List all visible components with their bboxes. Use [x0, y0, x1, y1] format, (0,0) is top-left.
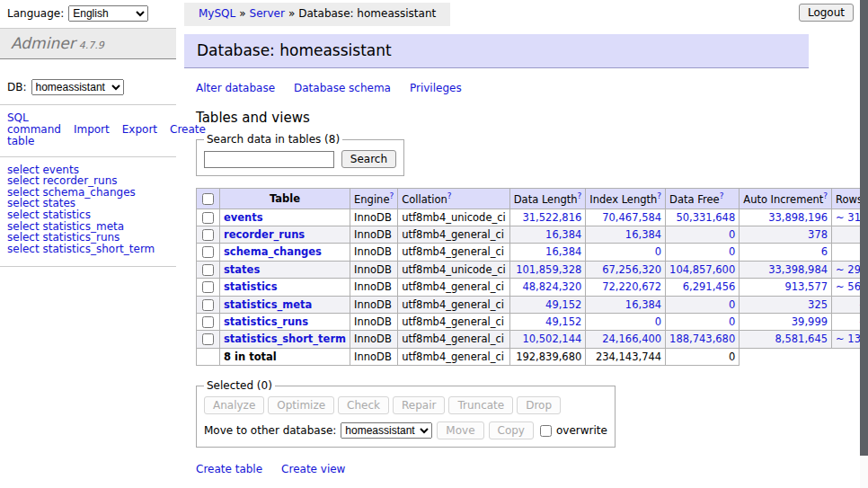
vertical-scrollbar[interactable] — [860, 0, 868, 488]
db-action-link[interactable]: Privileges — [410, 82, 462, 94]
sidebar-link[interactable]: Export — [122, 123, 157, 136]
sidebar-link[interactable]: SQL command — [7, 111, 61, 136]
app-version: 4.7.9 — [79, 40, 104, 51]
auto-increment-link[interactable]: 33,898,196 — [768, 211, 828, 224]
table-name-link[interactable]: states — [224, 263, 260, 276]
auto-increment-link[interactable]: 325 — [808, 298, 828, 311]
column-help: ? — [578, 191, 582, 200]
row-check-cell — [197, 331, 220, 348]
auto-increment-cell: 39,999 — [740, 313, 832, 330]
index-length-link[interactable]: 72,220,672 — [602, 280, 661, 293]
column-header-label: Data Free — [669, 193, 720, 206]
breadcrumb-link-server[interactable]: Server — [250, 7, 285, 20]
column-help-link[interactable]: ? — [447, 191, 452, 200]
data-length-link[interactable]: 10,502,144 — [522, 333, 581, 345]
row-checkbox[interactable] — [202, 333, 214, 345]
db-action-link[interactable]: Database schema — [294, 82, 391, 94]
auto-increment-link[interactable]: 8,581,645 — [775, 333, 828, 345]
row-check-cell — [197, 244, 220, 261]
auto-increment-link[interactable]: 378 — [808, 228, 828, 241]
auto-increment-link[interactable]: 6 — [821, 245, 828, 258]
data-free-cell: 0 — [666, 313, 740, 330]
auto-increment-link[interactable]: 33,398,984 — [768, 263, 828, 276]
column-help-link[interactable]: ? — [389, 191, 394, 200]
collation-cell: utf8mb4_general_ci — [398, 244, 510, 261]
move-database-select[interactable]: homeassistant — [341, 422, 432, 439]
create-link[interactable]: Create view — [281, 463, 345, 475]
sidebar-link[interactable]: Import — [74, 123, 110, 136]
table-name-link[interactable]: statistics_runs — [224, 315, 308, 328]
data-length-cell: 16,384 — [509, 244, 586, 261]
sidebar-select-link[interactable]: select recorder_runs — [7, 175, 176, 187]
collation-cell: utf8mb4_unicode_ci — [398, 209, 510, 226]
breadcrumb-link-mysql[interactable]: MySQL — [199, 7, 235, 20]
row-checkbox[interactable] — [202, 299, 214, 311]
data-free-link[interactable]: 0 — [729, 245, 735, 258]
table-row: schema_changesInnoDButf8mb4_general_ci16… — [197, 244, 868, 261]
table-name-link[interactable]: events — [224, 211, 263, 224]
table-name-link[interactable]: statistics_short_term — [224, 333, 346, 345]
select-all-checkbox[interactable] — [202, 193, 214, 205]
index-length-cell: 70,467,584 — [586, 209, 666, 226]
row-checkbox[interactable] — [202, 316, 214, 328]
total-index-length-cell: 234,143,744 — [586, 348, 666, 365]
language-select[interactable]: English — [68, 5, 148, 22]
search-button[interactable]: Search — [341, 150, 396, 168]
row-checkbox[interactable] — [202, 229, 214, 241]
data-free-link[interactable]: 104,857,600 — [669, 263, 735, 276]
db-select[interactable]: homeassistant — [31, 79, 124, 95]
check-button: Check — [338, 396, 389, 414]
row-checkbox[interactable] — [202, 264, 214, 276]
data-length-link[interactable]: 48,824,320 — [522, 280, 581, 293]
table-name-link[interactable]: recorder_runs — [224, 228, 305, 241]
row-checkbox[interactable] — [202, 246, 214, 258]
sidebar-select-link[interactable]: select statistics — [7, 209, 176, 221]
row-checkbox[interactable] — [202, 212, 214, 224]
data-length-link[interactable]: 16,384 — [545, 245, 581, 258]
data-length-link[interactable]: 101,859,328 — [516, 263, 581, 276]
index-length-link[interactable]: 0 — [655, 315, 661, 328]
column-help-link[interactable]: ? — [657, 191, 661, 200]
index-length-link[interactable]: 0 — [655, 245, 661, 258]
auto-increment-link[interactable]: 39,999 — [792, 315, 828, 328]
index-length-link[interactable]: 70,467,584 — [602, 211, 661, 224]
data-length-link[interactable]: 16,384 — [545, 228, 581, 241]
sidebar-select-link[interactable]: select statistics_short_term — [7, 244, 176, 255]
data-length-link[interactable]: 49,152 — [545, 315, 581, 328]
db-action-link[interactable]: Alter database — [196, 82, 275, 94]
data-free-link[interactable]: 0 — [729, 228, 735, 241]
search-input[interactable] — [204, 151, 334, 168]
data-free-link[interactable]: 50,331,648 — [676, 211, 735, 224]
data-free-link[interactable]: 188,743,680 — [669, 333, 735, 345]
auto-increment-link[interactable]: 913,577 — [784, 280, 828, 293]
logout-button[interactable]: Logout — [799, 4, 854, 22]
column-header: Collation? — [398, 189, 510, 209]
table-row: statistics_runsInnoDButf8mb4_general_ci4… — [197, 313, 868, 330]
overwrite-checkbox[interactable] — [540, 425, 552, 437]
data-length-link[interactable]: 31,522,816 — [522, 211, 581, 224]
create-link[interactable]: Create table — [196, 463, 262, 475]
table-name-link[interactable]: statistics — [224, 280, 278, 293]
row-checkbox[interactable] — [202, 281, 214, 293]
selected-fieldset: Selected (0) AnalyzeOptimizeCheckRepairT… — [196, 379, 616, 448]
index-length-link[interactable]: 16,384 — [625, 228, 661, 241]
data-length-link[interactable]: 49,152 — [545, 298, 581, 311]
data-free-link[interactable]: 6,291,456 — [683, 280, 736, 293]
sidebar-select-link[interactable]: select statistics_runs — [7, 232, 176, 244]
table-name-link[interactable]: statistics_meta — [224, 298, 312, 311]
column-help-link[interactable]: ? — [720, 191, 724, 200]
index-length-link[interactable]: 24,166,400 — [602, 333, 661, 345]
scrollbar-thumb[interactable] — [860, 0, 868, 456]
index-length-link[interactable]: 67,256,320 — [602, 263, 661, 276]
auto-increment-cell: 8,581,645 — [740, 331, 832, 348]
table-name-link[interactable]: schema_changes — [224, 245, 322, 258]
data-free-link[interactable]: 0 — [729, 315, 735, 328]
index-length-link[interactable]: 16,384 — [625, 298, 661, 311]
engine-cell: InnoDB — [350, 296, 398, 313]
selected-legend: Selected (0) — [204, 379, 275, 393]
column-help-link[interactable]: ? — [578, 191, 582, 200]
data-length-cell: 10,502,144 — [509, 331, 586, 348]
column-help-link[interactable]: ? — [823, 191, 828, 200]
column-header: Data Free? — [666, 189, 740, 209]
data-free-link[interactable]: 0 — [729, 298, 735, 311]
